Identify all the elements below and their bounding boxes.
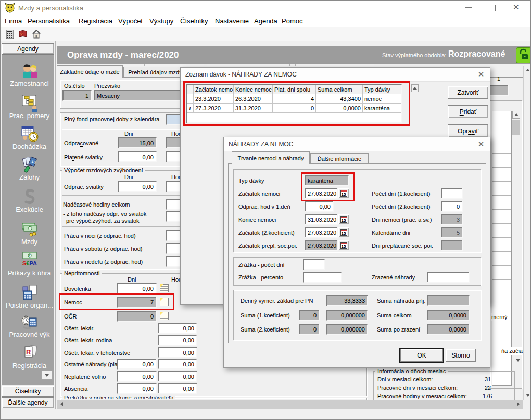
sidebar-tab-dalsie-agendy[interactable]: Ďalšie agendy xyxy=(2,397,54,408)
dialog2-close-icon[interactable]: ✕ xyxy=(476,139,486,149)
neplatene-dni-field[interactable]: 0,00 xyxy=(117,371,157,382)
zaciatok-prepl-calendar-button[interactable]: 15 xyxy=(338,240,349,250)
platene-sviatky-dni-field[interactable]: 0,00 xyxy=(118,151,157,162)
scroll-left-icon[interactable] xyxy=(58,400,66,409)
pridat-button[interactable]: Pridať xyxy=(448,105,488,118)
maximize-icon[interactable] xyxy=(489,5,496,11)
close-icon[interactable]: ✕ xyxy=(513,3,520,12)
vertical-scrollbar[interactable] xyxy=(523,66,531,400)
pocet2-field[interactable]: 0 xyxy=(441,201,463,212)
scroll-down-icon[interactable] xyxy=(524,391,531,399)
suma-nahrada-field[interactable] xyxy=(427,295,470,306)
ostatne-hodiny-field[interactable]: 0,00 xyxy=(158,359,197,370)
sidebar-item-prikazy-k-uhrade[interactable]: €S€PA Príkazy k úhra xyxy=(3,251,56,277)
opravit-button[interactable]: Opraviť xyxy=(448,124,488,137)
scroll-right-icon[interactable] xyxy=(514,400,522,409)
zaciatok2-field[interactable]: 27.03.2020 xyxy=(305,227,338,238)
col-plat-dni[interactable]: Plat. dni spolu xyxy=(273,85,316,94)
dni-prepl-field[interactable] xyxy=(441,240,463,251)
os-cislo-field[interactable]: 1 xyxy=(62,90,92,101)
tab-prehlad-udajov[interactable]: Prehľad údajov mzdy xyxy=(123,67,187,78)
sidebar-tab-agendy[interactable]: Agendy xyxy=(2,43,54,54)
dialog2-titlebar[interactable]: NÁHRADY ZA NEMOC xyxy=(224,137,490,151)
zaciatok-calendar-button[interactable]: 15 xyxy=(338,188,349,198)
menu-ciselniky[interactable]: Číselníky xyxy=(180,17,208,25)
zaciatok-nemoci-field[interactable]: 27.03.2020 xyxy=(305,188,338,199)
minimize-icon[interactable] xyxy=(465,7,472,8)
nemoc-dni-field[interactable]: 7 xyxy=(117,297,157,308)
suma2a-field[interactable]: 0 xyxy=(299,324,320,335)
right-grid-scroll-up[interactable] xyxy=(512,111,520,119)
menu-firma[interactable]: Firma xyxy=(5,17,22,25)
tab-dalsie-informacie[interactable]: Ďalšie informácie xyxy=(310,153,369,164)
table-row[interactable]: 27.3.2020 xyxy=(194,104,234,113)
calculator-icon[interactable] xyxy=(6,30,14,39)
help-book-icon[interactable]: ? xyxy=(18,30,28,39)
dovolenka-notes-icon[interactable] xyxy=(160,284,169,292)
zaciatok2-calendar-button[interactable]: 15 xyxy=(338,227,349,237)
sidebar-item-dochadzka[interactable]: Dochádzka xyxy=(3,125,56,150)
scroll-up-icon[interactable] xyxy=(524,66,531,74)
menu-nastavenie[interactable]: Nastavenie xyxy=(215,17,249,25)
odpracovane-dni-field[interactable]: 15,00 xyxy=(118,137,157,148)
menu-registracia[interactable]: Registrácia xyxy=(79,17,112,25)
right-grid-scroll-down[interactable] xyxy=(514,357,522,364)
sidebar-item-zalohy[interactable]: 10 Zálohy xyxy=(3,156,56,181)
neplatene-hodiny-field[interactable]: 0,00 xyxy=(158,371,197,382)
tab-zakladne-udaje[interactable]: Základné údaje o mzde xyxy=(57,65,123,78)
zaciatok-prepl-field[interactable]: 27.03.2020 xyxy=(305,240,338,251)
koniec-nemoci-field[interactable]: 31.03.2020 xyxy=(305,214,338,225)
dovolenka-dni-field[interactable]: 0,00 xyxy=(117,283,157,294)
col-koniec[interactable]: Koniec nemoci xyxy=(234,85,273,94)
menu-personalistika[interactable]: Personalistika xyxy=(28,17,70,25)
menu-vypocet[interactable]: Výpočet xyxy=(118,17,143,25)
ocr-dni-field[interactable]: 0 xyxy=(117,311,157,322)
col-suma[interactable]: Suma celkom xyxy=(316,85,363,94)
ocr-notes-icon[interactable] xyxy=(160,312,169,320)
right-grid-scroll-thumb[interactable] xyxy=(512,120,520,135)
menu-pomoc[interactable]: Pomoc xyxy=(282,17,302,25)
horizontal-scrollbar[interactable] xyxy=(57,400,523,409)
pocet1-field[interactable] xyxy=(441,188,463,199)
dialog1-titlebar[interactable]: Zoznam dávok - NÁHRADY ZA NEMOC xyxy=(181,68,490,82)
odprac-sviatky-dni-field[interactable]: 0,00 xyxy=(118,181,157,192)
zatvorit-button[interactable]: Zatvoriť xyxy=(448,86,488,99)
sidebar-scroll-down-button[interactable] xyxy=(41,371,53,380)
koniec-calendar-button[interactable]: 15 xyxy=(338,214,349,224)
menu-vystupy[interactable]: Výstupy xyxy=(149,17,173,25)
suma-celkom-field[interactable]: 0,0000 xyxy=(427,310,470,321)
absencia-hodiny-field[interactable]: 0,00 xyxy=(158,383,197,394)
sidebar-item-pracovne-vykazy[interactable]: Pracovné výk xyxy=(3,313,56,338)
osetr3-hodiny-field[interactable]: 0,00 xyxy=(158,347,197,358)
kalendarne-field[interactable]: 5 xyxy=(441,227,463,238)
denny-field[interactable]: 33,3333 xyxy=(326,295,368,306)
sidebar-item-poistne-organizacie[interactable]: Poistné organ... xyxy=(3,284,56,309)
sidebar-item-exekucie[interactable]: Exekúcie xyxy=(3,188,56,213)
typ-davky-field[interactable]: karanténa xyxy=(305,175,349,186)
unlocked-icon[interactable] xyxy=(516,47,531,63)
suma2b-field[interactable]: 0,000000 xyxy=(326,324,368,335)
dni-nemoci-field[interactable]: 3 xyxy=(441,214,463,225)
col-zaciatok[interactable]: Začiatok nemoci xyxy=(194,85,234,94)
zrazka-pct-field[interactable] xyxy=(303,272,342,283)
right-grid[interactable] xyxy=(492,111,512,386)
suma1a-field[interactable]: 0 xyxy=(299,310,320,321)
col-typ[interactable]: Typ dávky xyxy=(363,85,401,94)
odprac-hod-field[interactable]: 0,00 xyxy=(305,201,334,212)
sidebar-item-prac-pomery[interactable]: Prac. pomery xyxy=(3,94,56,120)
sidebar-item-zamestnanci[interactable]: Zamestnanci xyxy=(3,62,56,87)
sidebar-item-mzdy[interactable]: Mzdy xyxy=(3,220,56,246)
sidebar-tab-ciselniky[interactable]: Číselníky xyxy=(2,386,54,397)
davky-scroll-up[interactable] xyxy=(411,84,419,92)
storno-button[interactable]: Storno xyxy=(446,349,476,362)
zrazene-field[interactable] xyxy=(427,272,470,283)
suma-po-field[interactable]: 0,0000 xyxy=(427,324,470,335)
osetr1-hodiny-field[interactable]: 0,00 xyxy=(158,323,197,334)
nemoc-notes-icon[interactable] xyxy=(160,298,169,306)
osetr2-hodiny-field[interactable]: 0,00 xyxy=(158,335,197,346)
home-icon[interactable] xyxy=(32,30,41,39)
table-row[interactable]: 23.3.2020 xyxy=(194,94,234,104)
ok-button[interactable]: OK xyxy=(400,349,443,362)
tab-trvanie-nemoci[interactable]: Trvanie nemoci a náhrady xyxy=(232,151,310,164)
ostatne-dni-field[interactable]: 0,00 xyxy=(117,359,157,370)
